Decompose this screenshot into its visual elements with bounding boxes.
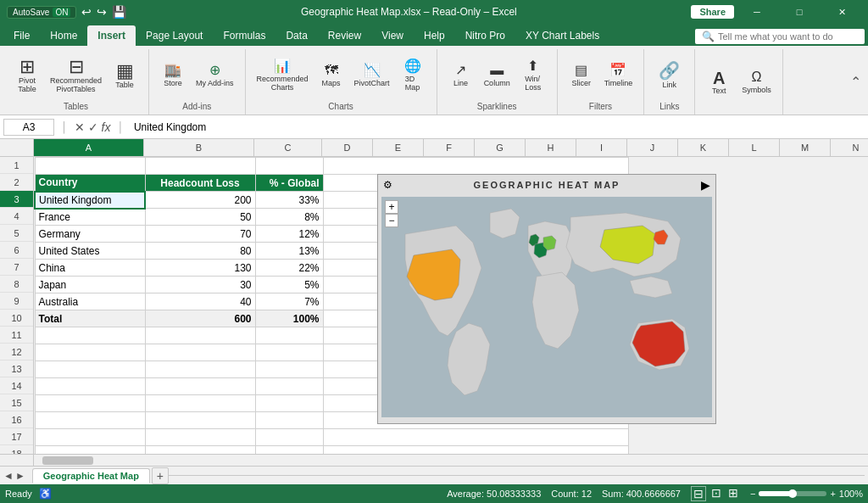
accessibility-icon[interactable]: ♿ [39, 488, 52, 500]
cell-A7[interactable]: China [35, 260, 145, 277]
insert-function-icon[interactable]: fx [102, 120, 111, 134]
cancel-formula-icon[interactable]: ✕ [75, 120, 85, 134]
col-header-B[interactable]: B [144, 139, 254, 156]
add-sheet-button[interactable]: + [152, 467, 169, 484]
sheet-tab-geographic-heat-map[interactable]: Geographic Heat Map [32, 468, 150, 483]
zoom-slider[interactable] [759, 491, 826, 496]
tab-help[interactable]: Help [414, 25, 455, 46]
tab-xychart[interactable]: XY Chart Labels [515, 25, 609, 46]
tab-home[interactable]: Home [40, 25, 87, 46]
cell-B5[interactable]: 70 [145, 226, 255, 243]
formula-input[interactable] [131, 120, 865, 135]
close-button[interactable]: ✕ [822, 0, 861, 24]
line-button[interactable]: ↗ Line [444, 61, 478, 90]
zoom-slider-thumb[interactable] [788, 489, 797, 498]
cell-B12[interactable] [145, 344, 255, 361]
zoom-in-icon[interactable]: + [830, 489, 835, 499]
cell-B17[interactable] [145, 429, 255, 446]
cell-C5[interactable]: 12% [255, 226, 323, 243]
cell-C10[interactable]: 100% [255, 310, 323, 327]
my-addins-button[interactable]: ⊕ My Add-ins [192, 61, 238, 90]
col-header-M[interactable]: M [780, 139, 831, 156]
pivotchart-button[interactable]: 📉 PivotChart [350, 61, 394, 90]
sheet-nav-left[interactable]: ◄ [3, 470, 14, 482]
undo-icon[interactable]: ↩ [81, 5, 92, 19]
header-headcount[interactable]: Headcount Loss [145, 175, 255, 192]
row-num-17[interactable]: 17 [0, 428, 33, 445]
row-num-18[interactable]: 18 [0, 445, 33, 454]
col-header-J[interactable]: J [627, 139, 678, 156]
cell-C7[interactable]: 22% [255, 260, 323, 277]
cell-C18[interactable] [255, 446, 323, 455]
cell-B9[interactable]: 40 [145, 293, 255, 310]
header-country[interactable]: Country [35, 175, 145, 192]
winloss-button[interactable]: ⬆ Win/Loss [516, 57, 550, 94]
cell-A10[interactable]: Total [35, 310, 145, 327]
chart-map[interactable]: + − [381, 197, 712, 417]
row-num-13[interactable]: 13 [0, 360, 33, 377]
cell-A14[interactable] [35, 378, 145, 395]
cell-C4[interactable]: 8% [255, 209, 323, 226]
restore-button[interactable]: □ [780, 0, 819, 24]
pivot-table-button[interactable]: ⊞ PivotTable [10, 55, 44, 96]
cell-A9[interactable]: Australia [35, 293, 145, 310]
cell-C3[interactable]: 33% [255, 192, 323, 209]
cell-C6[interactable]: 13% [255, 243, 323, 260]
cell-B4[interactable]: 50 [145, 209, 255, 226]
symbols-button[interactable]: Ω Symbols [737, 68, 776, 97]
ribbon-collapse-button[interactable]: ⌃ [847, 49, 865, 115]
header-percent[interactable]: % - Global [255, 175, 323, 192]
cell-B6[interactable]: 80 [145, 243, 255, 260]
row-num-16[interactable]: 16 [0, 411, 33, 428]
cell-A13[interactable] [35, 361, 145, 378]
save-icon[interactable]: 💾 [112, 5, 126, 19]
tab-nitro[interactable]: Nitro Pro [455, 25, 515, 46]
cell-C14[interactable] [255, 378, 323, 395]
minimize-button[interactable]: ─ [737, 0, 776, 24]
autosave-badge[interactable]: AutoSave ON [7, 6, 76, 19]
cell-B10[interactable]: 600 [145, 310, 255, 327]
row-num-10[interactable]: 10 [0, 310, 33, 327]
cell-A1[interactable] [35, 158, 145, 175]
row-num-1[interactable]: 1 [0, 157, 33, 174]
cell-B15[interactable] [145, 395, 255, 412]
cell-B18[interactable] [145, 446, 255, 455]
cell-A12[interactable] [35, 344, 145, 361]
col-header-C[interactable]: C [254, 139, 322, 156]
cell-B1[interactable] [145, 158, 255, 175]
col-header-A[interactable]: A [34, 139, 144, 156]
redo-icon[interactable]: ↪ [97, 5, 107, 19]
cell-A4[interactable]: France [35, 209, 145, 226]
row-num-6[interactable]: 6 [0, 242, 33, 259]
col-header-D[interactable]: D [322, 139, 373, 156]
confirm-formula-icon[interactable]: ✓ [88, 120, 98, 134]
cell-B14[interactable] [145, 378, 255, 395]
cell-A5[interactable]: Germany [35, 226, 145, 243]
row-num-8[interactable]: 8 [0, 276, 33, 293]
maps-button[interactable]: 🗺 Maps [314, 61, 348, 90]
link-button[interactable]: 🔗 Link [653, 59, 687, 92]
col-header-G[interactable]: G [475, 139, 526, 156]
zoom-out-icon[interactable]: − [750, 489, 755, 499]
cell-C15[interactable] [255, 395, 323, 412]
tab-file[interactable]: File [3, 25, 40, 46]
cell-A17[interactable] [35, 429, 145, 446]
cell-C8[interactable]: 5% [255, 277, 323, 293]
cell-B13[interactable] [145, 361, 255, 378]
col-header-F[interactable]: F [424, 139, 475, 156]
row-num-14[interactable]: 14 [0, 377, 33, 394]
scrollbar-thumb[interactable] [42, 456, 93, 465]
store-button[interactable]: 🏬 Store [156, 61, 190, 90]
row-num-12[interactable]: 12 [0, 344, 33, 360]
share-button[interactable]: Share [691, 5, 734, 19]
tab-data[interactable]: Data [275, 25, 317, 46]
row-num-15[interactable]: 15 [0, 394, 33, 411]
cell-A18[interactable] [35, 446, 145, 455]
3dmap-button[interactable]: 🌐 3DMap [396, 57, 430, 94]
normal-view-icon[interactable]: ⊟ [691, 486, 706, 501]
page-layout-icon[interactable]: ⊡ [709, 486, 723, 501]
cell-A6[interactable]: United States [35, 243, 145, 260]
recommended-charts-button[interactable]: 📊 RecommendedCharts [253, 57, 313, 94]
tab-review[interactable]: Review [318, 25, 371, 46]
row-num-3[interactable]: 3 [0, 191, 33, 208]
